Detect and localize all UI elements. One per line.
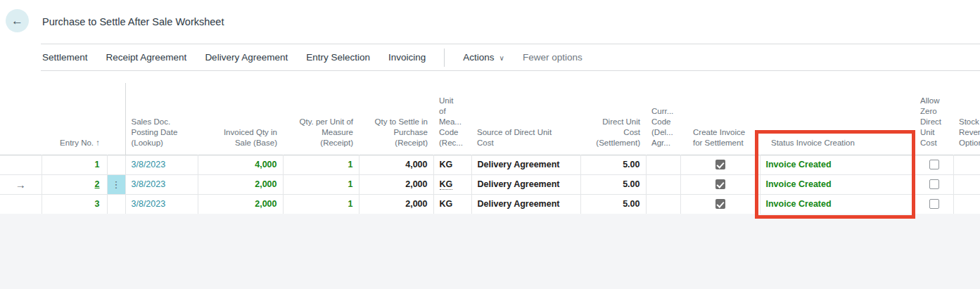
qty-to-settle-cell[interactable]: 2,000 [359,194,433,214]
allow-zero-checkbox[interactable] [929,160,939,169]
status-invoice-creation-cell: Invoice Created [760,174,915,194]
uom-code-cell[interactable]: KG [433,155,471,174]
row-selection-cell[interactable]: → [0,174,42,194]
menu-item-entry-selection[interactable]: Entry Selection [306,52,370,63]
entry-no-cell[interactable]: 3 [42,194,107,214]
col-header-direct-unit-cost[interactable]: Direct Unit Cost (Settlement) [580,83,646,155]
source-cell[interactable]: Delivery Agreement [471,174,580,194]
actions-dropdown-button[interactable]: Actions∨ [463,52,504,63]
posting-date-cell[interactable]: 3/8/2023 [125,174,198,194]
create-invoice-checkbox[interactable] [715,160,725,169]
invoiced-qty-cell[interactable]: 2,000 [198,194,283,214]
currency-code-cell[interactable] [646,155,680,174]
table-row: → 2 ⋮ 3/8/2023 2,000 1 2,000 KG Delivery… [0,174,980,194]
direct-unit-cost-cell[interactable]: 5.00 [580,174,646,194]
col-header-status-invoice-creation[interactable]: Status Invoice Creation [760,83,915,155]
source-cell[interactable]: Delivery Agreement [471,194,580,214]
back-arrow-icon: ← [11,14,23,27]
direct-unit-cost-cell[interactable]: 5.00 [580,194,646,214]
qty-to-settle-cell[interactable]: 2,000 [359,174,433,194]
menu-item-receipt-agreement[interactable]: Receipt Agreement [106,52,187,63]
create-invoice-checkbox[interactable] [715,179,725,189]
entry-no-cell[interactable]: 1 [42,155,107,174]
allow-zero-cell[interactable] [915,155,953,174]
qty-per-unit-cell[interactable]: 1 [283,194,359,214]
menu-item-invoicing[interactable]: Invoicing [388,52,426,63]
col-header-row-menu [107,83,125,155]
col-header-qty-to-settle[interactable]: Qty to Settle in Purchase (Receipt) [359,83,433,155]
worksheet-page: ← Purchase to Settle After Sale Workshee… [0,0,980,289]
row-menu-cell[interactable]: ⋮ [107,174,125,194]
col-header-stock-reversal[interactable]: Stock Revers Option [953,83,980,155]
fewer-options-button[interactable]: Fewer options [523,52,583,63]
page-title: Purchase to Settle After Sale Worksheet [42,16,224,27]
menu-item-delivery-agreement[interactable]: Delivery Agreement [205,52,288,63]
currency-code-cell[interactable] [646,174,680,194]
col-header-posting-date[interactable]: Sales Doc. Posting Date (Lookup) [125,83,198,155]
selected-row-marker-icon: → [15,179,26,191]
create-invoice-cell[interactable] [680,174,760,194]
posting-date-cell[interactable]: 3/8/2023 [125,194,198,214]
col-header-qty-per-unit[interactable]: Qty. per Unit of Measure (Receipt) [283,83,359,155]
menu-divider [444,49,445,67]
row-menu-cell[interactable] [107,194,125,214]
invoiced-qty-cell[interactable]: 4,000 [198,155,283,174]
menu-item-settlement[interactable]: Settlement [42,52,88,63]
currency-code-cell[interactable] [646,194,680,214]
col-header-currency-code[interactable]: Curr... Code (Del... Agr... [646,83,680,155]
stock-reversal-cell[interactable] [953,194,980,214]
invoiced-qty-cell[interactable]: 2,000 [198,174,283,194]
allow-zero-cell[interactable] [915,194,953,214]
page-background [0,214,980,289]
row-menu-icon: ⋮ [112,179,121,190]
uom-code-cell[interactable]: KG [433,194,471,214]
stock-reversal-cell[interactable] [953,155,980,174]
sort-ascending-icon: ↑ [96,139,100,147]
status-invoice-creation-cell: Invoice Created [760,155,915,174]
entry-no-cell[interactable]: 2 [42,174,107,194]
stock-reversal-cell[interactable] [953,174,980,194]
posting-date-cell[interactable]: 3/8/2023 [125,155,198,174]
allow-zero-checkbox[interactable] [929,199,939,209]
worksheet-grid: Entry No. ↑ Sales Doc. Posting Date (Loo… [0,83,980,214]
table-row: 3 3/8/2023 2,000 1 2,000 KG Delivery Agr… [0,194,980,214]
col-header-uom-code[interactable]: Unit of Mea... Code (Rec... [433,83,471,155]
col-header-create-invoice[interactable]: Create Invoice for Settlement [680,83,760,155]
col-header-entry-no[interactable]: Entry No. ↑ [42,83,107,155]
grid-header-row: Entry No. ↑ Sales Doc. Posting Date (Loo… [0,83,980,155]
col-header-allow-zero[interactable]: Allow Zero Direct Unit Cost [915,83,953,155]
row-menu-cell[interactable] [107,155,125,174]
table-row: 1 3/8/2023 4,000 1 4,000 KG Delivery Agr… [0,155,980,174]
direct-unit-cost-cell[interactable]: 5.00 [580,155,646,174]
action-menu-bar: Settlement Receipt Agreement Delivery Ag… [41,44,980,71]
source-cell[interactable]: Delivery Agreement [471,155,580,174]
status-invoice-creation-cell: Invoice Created [760,194,915,214]
row-selection-cell[interactable] [0,194,42,214]
chevron-down-icon: ∨ [499,54,504,62]
qty-to-settle-cell[interactable]: 4,000 [359,155,433,174]
col-header-source[interactable]: Source of Direct Unit Cost [471,83,580,155]
uom-code-cell[interactable]: KG [433,174,471,194]
create-invoice-cell[interactable] [680,155,760,174]
back-button[interactable]: ← [6,9,29,32]
allow-zero-cell[interactable] [915,174,953,194]
qty-per-unit-cell[interactable]: 1 [283,155,359,174]
create-invoice-checkbox[interactable] [715,199,725,209]
col-header-selection [0,83,42,155]
create-invoice-cell[interactable] [680,194,760,214]
row-selection-cell[interactable] [0,155,42,174]
allow-zero-checkbox[interactable] [929,179,939,189]
col-header-invoiced-qty[interactable]: Invoiced Qty in Sale (Base) [198,83,283,155]
qty-per-unit-cell[interactable]: 1 [283,174,359,194]
